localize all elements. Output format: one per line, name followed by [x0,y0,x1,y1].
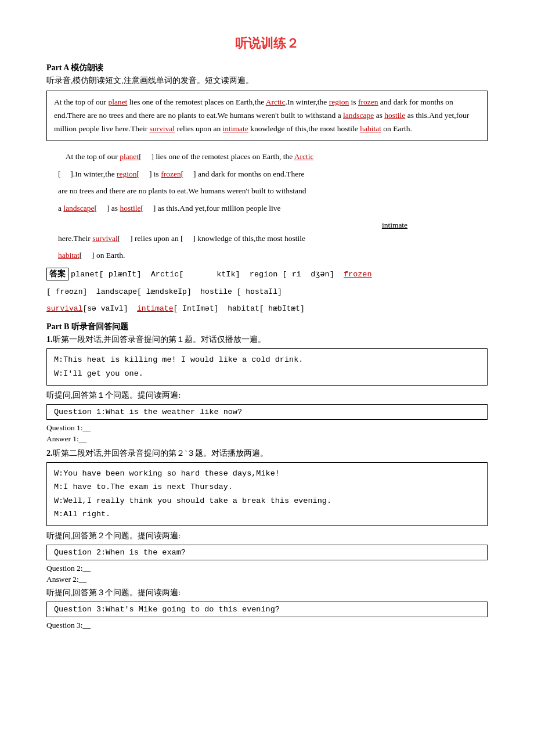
word-landscape-sp: landscape [63,204,94,213]
word-planet-1: planet [108,98,127,106]
spaced-line-3: are no trees and there are no plants to … [58,186,306,195]
word-arctic-1: Arctic [266,98,286,106]
word-hostile-1: hostile [384,111,405,120]
a1-answer-line: Answer 1:__ [46,434,488,444]
word-intimate-above: intimate [382,221,407,229]
spaced-line-5: here.Their survival[ ] relies upon an [ … [46,230,488,247]
spaced-line-1: At the top of our planet[ ] lies one of … [58,152,314,161]
dialogue-2-line-3: W:Well,I really think you should take a … [54,494,480,508]
dialogue-2-line-4: M:All right. [54,507,480,521]
q3-answer-line: Question 3:__ [46,621,488,630]
word-intimate-1: intimate [223,124,248,133]
listen-instruction-1: 听提问,回答第１个问题。提问读两遍: [46,390,488,401]
word-planet-sp: planet [120,152,139,161]
dialogue-1-line-1: M:This heat is killing me! I would like … [54,353,480,367]
dialogue-2-line-2: M:I have to.The exam is next Thursday. [54,480,480,494]
spaced-survival-line: here.Their survival[ ] relies upon an [ … [58,234,305,243]
spaced-line-2: [ ].In winter,the region[ ] is frozen[ ]… [58,170,305,178]
question-1-instruction: 1.听第一段对话,并回答录音提问的第１题。对话仅播放一遍。 [46,334,488,345]
part-a-label: Part A 模仿朗读 [46,63,488,73]
question-box-2: Question 2:When is the exam? [46,545,488,560]
spaced-line-6: habitat[ ] on Earth. [46,247,488,264]
spaced-habitat-line: habitat[ ] on Earth. [58,251,125,260]
word-frozen-ph: frozen [344,270,372,279]
word-landscape-1: landscape [343,111,374,120]
phonetic-line-1: planet[ plænIt] Arctic[ ktIk] region [ r… [71,270,372,279]
spaced-practice: At the top of our planet[ ] lies one of … [46,148,488,217]
dialogue-box-2: W:You have been working so hard these da… [46,462,488,527]
word-region-sp: region [117,170,137,178]
dialogue-box-1: M:This heat is killing me! I would like … [46,348,488,385]
listen-instruction-2: 听提问,回答第２个问题。提问读两遍: [46,531,488,541]
a2-answer-line: Answer 2:__ [46,575,488,584]
phonetic-line-2: [ frəʊzn] landscape[ lændskeIp] hostile … [46,285,488,300]
passage-box: At the top of our planet lies one of the… [46,91,488,141]
word-habitat-1: habitat [360,124,381,133]
word-survival-sp: survival [92,234,118,243]
word-region-1: region [329,98,349,106]
word-arctic-sp: Arctic [294,152,314,161]
q1-instruction-text: 听第一段对话,并回答录音提问的第１题。对话仅播放一遍。 [53,335,266,344]
word-survival-ph: survival [46,304,82,313]
q1-number: 1. [46,335,53,344]
q1-answer-line: Question 1:__ [46,423,488,433]
listen-instruction-3: 听提问,回答第３个问题。提问读两遍: [46,588,488,598]
question-box-1: Question 1:What is the weather like now? [46,404,488,420]
page-title: 听说训练２ [46,35,488,52]
answer-label: 答案 [46,268,68,280]
phonetic-line-3: survival[sə vaIvl] intimate[ IntImət] ha… [46,302,488,316]
word-intimate-ph: intimate [137,304,173,313]
word-hostile-sp: hostile [120,204,140,213]
dialogue-2-line-1: W:You have been working so hard these da… [54,467,480,481]
word-survival-1: survival [150,124,175,133]
spaced-line-4: a landscape[ ] as hostile[ ] as this.And… [58,204,281,213]
part-a-instruction: 听录音,模仿朗读短文,注意画线单词的发音。短文读两遍。 [46,75,488,86]
word-frozen-1: frozen [358,98,378,106]
q2-number: 2. [46,449,53,458]
question-2-instruction: 2.听第二段对话,并回答录音提问的第２`３题。对话播放两遍。 [46,448,488,459]
question-box-3: Question 3:What's Mike going to do this … [46,602,488,617]
word-frozen-sp: frozen [161,170,181,178]
passage-text-1: At the top of our planet lies one of the… [54,98,469,133]
q2-instruction-text: 听第二段对话,并回答录音提问的第２`３题。对话播放两遍。 [53,449,269,458]
answer-section: 答案planet[ plænIt] Arctic[ ktIk] region [… [46,268,488,280]
part-b-title: Part B 听录音回答问题 [46,322,488,332]
dialogue-1-line-2: W:I'll get you one. [54,367,480,381]
word-habitat-sp: habitat [58,251,80,260]
q2-answer-line: Question 2:__ [46,564,488,573]
intimate-above-line: intimate [46,221,488,230]
